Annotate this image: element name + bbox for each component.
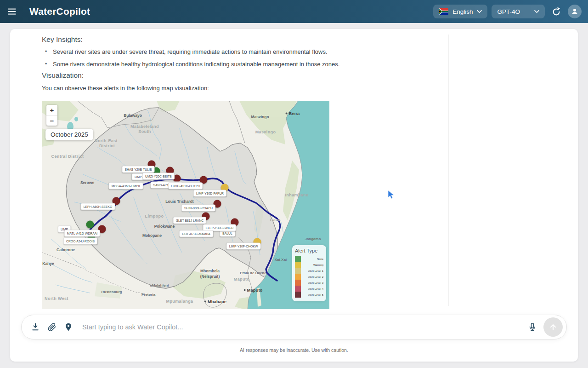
south-africa-flag-icon <box>439 8 448 15</box>
location-pin-icon <box>64 322 73 332</box>
legend-rows: NoneWarningAlert Level 1Alert Level 2Ale… <box>295 256 323 298</box>
city-dot <box>204 301 206 303</box>
alert-map[interactable]: BeiraMasvingoMasvingoBulawayoMatabelelan… <box>42 101 329 309</box>
download-button[interactable] <box>27 319 44 335</box>
bullet-text: Several river sites are under severe thr… <box>53 48 328 55</box>
legend-item: None <box>295 256 323 262</box>
city-label: Beira <box>286 111 300 116</box>
zoom-in-button[interactable]: + <box>46 105 57 115</box>
app-screen: WaterCopilot English GP <box>0 0 588 368</box>
mouse-cursor <box>387 190 396 200</box>
chat-scrollbar[interactable] <box>448 34 449 306</box>
city-label: Mbabane <box>204 299 226 304</box>
station-label: CROC-A24J-ROOIB <box>63 238 97 245</box>
legend-swatch <box>295 256 301 262</box>
menu-button[interactable] <box>0 0 24 23</box>
visualization-heading: Visualization: <box>42 71 84 80</box>
city-label: Maputo <box>234 277 249 282</box>
legend-swatch <box>295 286 301 292</box>
city-label: Praia de Bilene <box>240 271 266 275</box>
legend-label: Alert Level 4 <box>301 288 323 290</box>
legend-swatch <box>295 292 301 298</box>
refresh-icon <box>551 6 561 17</box>
attach-button[interactable] <box>44 319 60 335</box>
city-label: Polokwane <box>154 224 175 229</box>
legend-item: Alert Level 2 <box>295 274 323 280</box>
city-label: Jangamo <box>305 237 321 241</box>
chevron-down-icon <box>477 10 482 13</box>
chat-input[interactable] <box>81 323 524 331</box>
legend-label: None <box>301 258 323 260</box>
city-label: Limpopo <box>145 214 164 218</box>
station-label: GLET-B81J-LRANC <box>173 217 206 224</box>
city-label: Gaza <box>270 218 280 222</box>
station-label: MATL-A41D-WDRAAI <box>64 230 100 237</box>
insight-bullet: •Some rivers demonstrate healthy hydrolo… <box>45 61 367 68</box>
city-label: Matabeleland <box>130 124 159 129</box>
station-label: LIMP-Y30F-CHOKW <box>226 243 261 250</box>
city-label: Bulawayo <box>124 113 142 118</box>
city-label: Rustenburg <box>102 290 122 294</box>
refresh-button[interactable] <box>549 4 564 19</box>
legend-label: Alert Level 1 <box>301 270 323 272</box>
legend-label: Alert Level 5 <box>301 293 323 296</box>
map-zoom-control: + − <box>46 105 57 126</box>
city-label: Pretoria <box>141 293 155 297</box>
city-label: eMalahleni <box>150 283 169 288</box>
city-label: North-East <box>95 138 118 143</box>
station-label: LUVU-A91K-OUTPO <box>168 183 203 190</box>
top-navbar: WaterCopilot English GP <box>0 0 588 23</box>
user-avatar[interactable] <box>568 5 582 18</box>
legend-item: Alert Level 1 <box>295 268 323 274</box>
ai-disclaimer: AI responses may be inaccurate. Use with… <box>0 347 588 353</box>
arrow-up-icon <box>548 322 558 332</box>
station-label: LEPH-A50H-SEEKO <box>81 203 115 210</box>
language-selector[interactable]: English <box>433 5 487 18</box>
city-label: Serowe <box>80 180 94 185</box>
station-marker-green[interactable] <box>86 221 94 229</box>
legend-item: Alert Level 3 <box>295 280 323 286</box>
legend-item: Warning <box>295 262 323 268</box>
message-composer <box>21 315 567 339</box>
city-label: Mpumalanga <box>166 299 193 304</box>
city-label: District <box>99 144 115 148</box>
location-button[interactable] <box>60 319 77 335</box>
city-label: Mokopane <box>142 233 162 238</box>
legend-title: Alert Type <box>295 248 323 253</box>
bullet-dot: • <box>45 61 53 68</box>
city-label: Inhambane <box>285 193 308 197</box>
paperclip-icon <box>47 322 57 332</box>
person-icon <box>571 7 579 16</box>
chevron-down-icon <box>534 10 539 13</box>
hamburger-icon <box>7 6 17 17</box>
legend-swatch <box>295 262 301 268</box>
insight-bullet: •Several river sites are under severe th… <box>45 48 367 55</box>
alert-type-legend: Alert Type NoneWarningAlert Level 1Alert… <box>292 245 326 301</box>
legend-item: Alert Level 5 <box>295 292 323 298</box>
city-label: Mbombela <box>200 269 220 273</box>
send-button[interactable] <box>543 317 563 337</box>
station-label: SHIN-B90H-POACH <box>181 205 215 212</box>
legend-item: Alert Level 4 <box>295 286 323 292</box>
language-label: English <box>452 8 473 15</box>
zoom-out-button[interactable]: − <box>46 115 57 126</box>
city-label: (Nelspruit) <box>200 274 220 279</box>
city-label: Xai-Xai <box>275 258 287 262</box>
bullet-dot: • <box>45 48 53 55</box>
voice-button[interactable] <box>524 319 541 335</box>
city-label: Central District <box>51 154 84 159</box>
navbar-actions: English GPT-4O <box>433 4 588 19</box>
city-label: Louis Trichardt <box>165 199 193 204</box>
city-dot <box>244 289 246 291</box>
legend-swatch <box>295 268 301 274</box>
city-label: Masvingo <box>255 130 276 134</box>
station-label: SHAS-Y20B-TULIB <box>122 166 155 173</box>
legend-label: Alert Level 3 <box>301 282 323 284</box>
model-selector[interactable]: GPT-4O <box>492 5 545 18</box>
chat-card: Key Insights: •Several river sites are u… <box>10 29 578 362</box>
station-label: MOGA-A36D-LIMPK <box>109 183 143 190</box>
city-label: North West <box>45 296 68 301</box>
download-icon <box>31 322 40 332</box>
city-label: Kanye <box>42 261 54 266</box>
city-label: Masvingo <box>251 115 269 119</box>
